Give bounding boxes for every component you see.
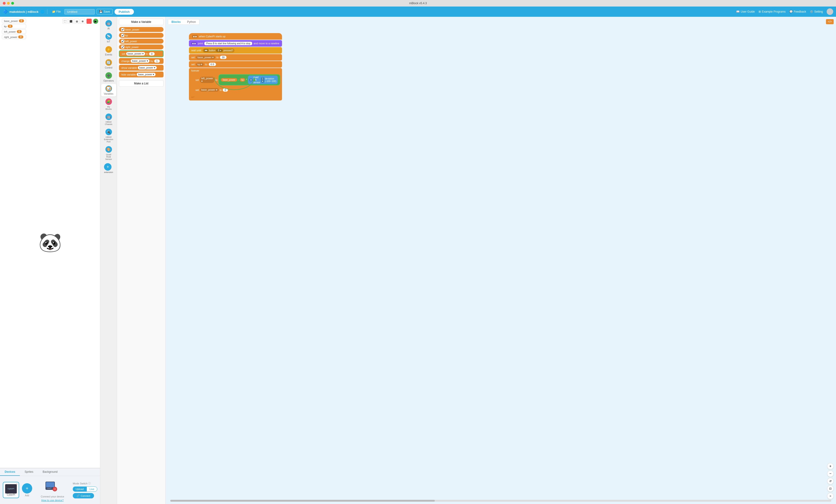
avatar[interactable] <box>826 8 833 15</box>
set-var-value[interactable]: 0 <box>149 52 155 56</box>
show-var-dropdown[interactable]: base_power ▾ <box>138 66 157 70</box>
cat-ai[interactable]: 🤖 AI <box>101 19 116 31</box>
live-mode-btn[interactable]: Live <box>87 486 97 492</box>
button-condition[interactable]: ■■ button B ▾ pressed? <box>203 49 234 53</box>
var-check-kp[interactable] <box>121 34 124 37</box>
operators-icon: ➕ <box>106 72 112 79</box>
variable-block-base-power[interactable]: base_power <box>119 27 164 32</box>
kp-value[interactable]: 0.5 <box>209 63 216 66</box>
cat-control[interactable]: 🔄 Control <box>101 58 116 71</box>
hide-var-dropdown[interactable]: base_power ▾ <box>137 73 156 76</box>
chat-icon: 💬 <box>789 10 793 13</box>
make-list-button[interactable]: Make a List <box>119 80 164 87</box>
zoom-in-button[interactable]: + <box>827 463 834 469</box>
stop-button[interactable] <box>87 19 92 24</box>
variable-badges: base_power 0 kp 0 left_power 0 right_pow… <box>2 19 26 39</box>
cat-operators[interactable]: ➕ Operators <box>101 71 116 83</box>
set-var-dropdown[interactable]: base_power ▾ <box>126 52 145 56</box>
cat-mbot2-ext[interactable]: 🔌 mBot2ExtensionPort <box>101 127 116 144</box>
set-variable-block[interactable]: set base_power ▾ to 0 <box>119 50 164 57</box>
variable-block-left-power[interactable]: left_power <box>119 39 164 44</box>
upload-mode-btn[interactable]: Upload <box>73 486 87 492</box>
button-b-dropdown[interactable]: B ▾ <box>216 49 222 52</box>
bottom-panel: Devices Sprites Background ✕ CyberPi Cyb… <box>0 468 100 504</box>
title-bar: mBlock v5.4.3 <box>0 0 836 6</box>
cat-mbot2-chassis[interactable]: 🤖 mBot2Chassis <box>101 112 116 127</box>
set-base-power-block[interactable]: set base_power ▾ to 30 <box>189 54 282 61</box>
base-power-value-1[interactable]: 30 <box>220 56 227 59</box>
layout-btn-fullscreen[interactable]: ⛶ <box>62 19 68 24</box>
minimize-window-btn[interactable] <box>7 2 10 5</box>
variable-block-right-power[interactable]: right_power <box>119 44 164 50</box>
var-check-right-power[interactable] <box>121 45 124 49</box>
hide-variable-block[interactable]: hide variable base_power ▾ <box>119 72 164 77</box>
cat-quad-rgb[interactable]: 🎨 QuadRGBSensor <box>101 145 116 162</box>
setting-link[interactable]: ⚙️ Setting <box>810 10 823 13</box>
user-guide-link[interactable]: 📖 User Guide <box>736 10 755 13</box>
go-button[interactable]: ▶ <box>93 19 98 24</box>
info-icon: ⓘ <box>88 482 91 485</box>
maximize-window-btn[interactable] <box>11 2 14 5</box>
var-check-base-power[interactable] <box>121 28 124 31</box>
var-check-left-power[interactable] <box>121 40 124 43</box>
iot-icon: 📡 <box>106 33 112 40</box>
tab-background[interactable]: Background <box>38 468 62 476</box>
cat-iot[interactable]: 📡 IoT <box>101 32 116 44</box>
variable-block-kp[interactable]: kp <box>119 33 164 38</box>
cat-variables[interactable]: 📊 Variables <box>101 84 116 97</box>
sensor-num-dropdown[interactable]: 1 ▾ <box>261 77 264 83</box>
layout-btn-split-v[interactable]: ▤ <box>74 19 79 24</box>
add-label: Add <box>25 494 29 497</box>
feedback-link[interactable]: 💬 Feedback <box>789 10 806 13</box>
print-text-value[interactable]: Press B to start line following and A to… <box>204 42 252 45</box>
print-block[interactable]: ■ ■ print Press B to start line followin… <box>189 40 282 46</box>
code-canvas[interactable]: ■ ■ when CyberPi starts up ■ ■ print Pre… <box>166 17 836 504</box>
reset-zoom-button[interactable]: ↺ <box>827 478 834 484</box>
close-window-btn[interactable] <box>3 2 5 5</box>
extension-add-area: + extension <box>104 163 113 173</box>
code-toggle-btn[interactable]: </> <box>826 19 834 24</box>
wait-until-block[interactable]: wait until ■■ button B ▾ pressed? <box>189 47 282 54</box>
make-variable-button[interactable]: Make a Variable <box>119 19 164 25</box>
publish-button[interactable]: Publish <box>115 9 134 15</box>
cat-myblocks[interactable]: 🧩 MyBlocks <box>101 97 116 112</box>
scroll-thumb[interactable] <box>170 500 435 502</box>
variables-icon: 📊 <box>106 85 112 92</box>
zoom-controls: + − ↺ ⊡ = <box>827 463 834 499</box>
how-to-use-link[interactable]: How to use device? <box>41 499 64 502</box>
cyberpi-device-card[interactable]: ✕ CyberPi CyberPi <box>3 482 19 498</box>
when-cyberpi-block[interactable]: ■ ■ when CyberPi starts up <box>189 33 282 40</box>
horizontal-scrollbar[interactable] <box>170 500 831 502</box>
cat-events[interactable]: ⚡ Events <box>101 45 116 57</box>
forever-header: forever <box>189 68 282 73</box>
var-badge-base-power: base_power 0 <box>2 19 26 23</box>
connect-button[interactable]: 🔗 Connect <box>73 493 94 499</box>
layout-btn-grid[interactable]: ⊞ <box>80 19 85 24</box>
set-kp-block[interactable]: set kp ▾ to 0.5 <box>189 61 282 67</box>
save-button[interactable]: 💾 Save <box>97 9 112 15</box>
change-var-by[interactable]: 1 <box>154 59 160 63</box>
tab-blocks[interactable]: Blocks <box>168 19 184 24</box>
change-var-dropdown[interactable]: base_power ▾ <box>131 59 150 63</box>
tab-python[interactable]: Python <box>184 19 199 24</box>
add-device-button[interactable]: + <box>22 483 32 493</box>
zoom-out-button[interactable]: − <box>827 470 834 477</box>
equal-button[interactable]: = <box>827 493 834 499</box>
project-name-input[interactable] <box>64 9 95 15</box>
layout-btn-split-h[interactable]: ⬛ <box>68 19 74 24</box>
change-variable-block[interactable]: change base_power ▾ by 1 <box>119 58 164 64</box>
stage-controls: ⛶ ⬛ ▤ ⊞ ▶ <box>62 19 98 24</box>
file-menu[interactable]: 📁 File <box>50 9 62 14</box>
globe-icon[interactable]: 🌐 <box>40 10 44 14</box>
tab-devices[interactable]: Devices <box>0 468 20 476</box>
example-programs-link[interactable]: ⊞ Example Programs <box>759 10 786 13</box>
devices-content: ✕ CyberPi CyberPi + Add <box>0 476 100 504</box>
show-variable-block[interactable]: show variable base_power ▾ <box>119 65 164 71</box>
fit-button[interactable]: ⊡ <box>827 485 834 492</box>
tab-sprites[interactable]: Sprites <box>20 468 38 476</box>
add-extension-btn[interactable]: + <box>104 163 112 171</box>
base-power-dropdown-1[interactable]: base_power ▾ <box>196 56 215 59</box>
mode-switch-area: Mode Switch ⓘ Upload Live 🔗 Connect <box>73 481 97 499</box>
kp-dropdown[interactable]: kp ▾ <box>196 63 204 66</box>
device-close-btn[interactable]: ✕ <box>16 483 18 485</box>
